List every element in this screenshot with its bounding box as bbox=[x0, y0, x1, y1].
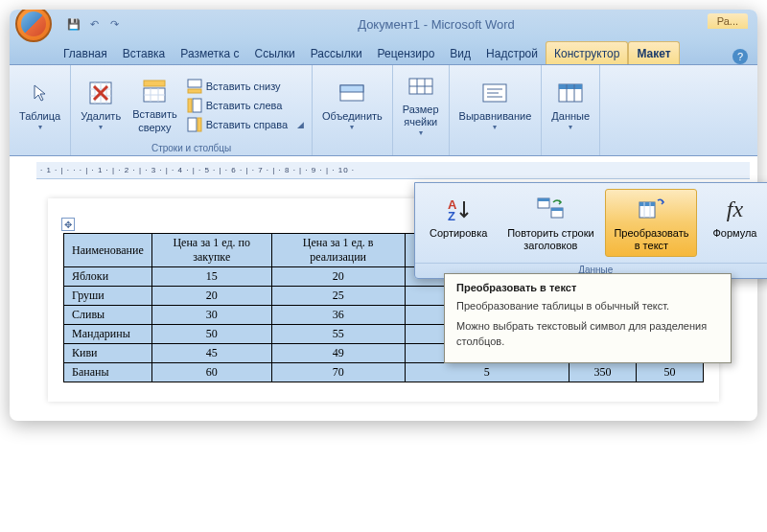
window-title: Документ1 - Microsoft Word bbox=[123, 17, 750, 32]
table-cell[interactable]: 50 bbox=[151, 325, 271, 344]
data-icon bbox=[555, 78, 586, 108]
table-header-cell[interactable]: Цена за 1 ед. в реализации bbox=[271, 234, 405, 267]
alignment-icon bbox=[479, 78, 510, 108]
svg-rect-13 bbox=[188, 80, 201, 87]
table-header-cell[interactable]: Цена за 1 ед. по закупке bbox=[151, 234, 271, 267]
alignment-label: Выравнивание bbox=[459, 110, 532, 123]
cell-size-label: Размер ячейки bbox=[403, 104, 439, 128]
svg-rect-17 bbox=[188, 118, 197, 131]
delete-button[interactable]: Удалить ▾ bbox=[77, 76, 125, 134]
data-dropdown-panel: AZ Сортировка Повторить строки заголовко… bbox=[414, 182, 767, 279]
help-icon[interactable]: ? bbox=[732, 49, 748, 64]
svg-rect-12 bbox=[144, 81, 165, 86]
redo-icon[interactable]: ↷ bbox=[105, 15, 123, 33]
tab-maket[interactable]: Макет bbox=[628, 41, 679, 64]
table-select-button[interactable]: Таблица ▾ bbox=[15, 76, 64, 134]
table-cell[interactable]: 5 bbox=[405, 363, 569, 382]
table-cell[interactable]: Киви bbox=[64, 344, 152, 363]
table-cell[interactable]: Яблоки bbox=[64, 267, 152, 287]
insert-right-label: Вставить справа bbox=[206, 119, 288, 130]
table-select-label: Таблица bbox=[19, 110, 60, 123]
table-cell[interactable]: 350 bbox=[569, 363, 636, 382]
svg-rect-38 bbox=[551, 208, 563, 211]
tooltip-title: Преобразовать в текст bbox=[456, 282, 719, 293]
insert-right-icon bbox=[187, 117, 202, 132]
table-cell[interactable]: 45 bbox=[151, 344, 271, 363]
insert-left-label: Вставить слева bbox=[206, 100, 283, 111]
tab-design[interactable]: Конструктор bbox=[546, 41, 628, 64]
office-button[interactable] bbox=[15, 10, 52, 42]
merge-button[interactable]: Объединить ▾ bbox=[318, 76, 386, 134]
insert-right-button[interactable]: Вставить справа ◢ bbox=[185, 116, 306, 133]
table-cell[interactable]: 70 bbox=[271, 363, 405, 382]
horizontal-ruler[interactable]: · 1 · | · · · | · 1 · | · 2 · | · 3 · | … bbox=[36, 162, 750, 179]
tooltip-line: Можно выбрать текстовый символ для разде… bbox=[456, 319, 719, 349]
table-cell[interactable]: Бананы bbox=[64, 363, 152, 382]
table-cell[interactable]: 20 bbox=[151, 287, 271, 306]
svg-rect-36 bbox=[538, 198, 549, 201]
table-header-cell[interactable]: Наименование bbox=[64, 234, 152, 267]
insert-left-button[interactable]: Вставить слева bbox=[185, 97, 306, 114]
chevron-down-icon: ▾ bbox=[99, 123, 103, 132]
table-cell[interactable]: 25 bbox=[271, 287, 405, 306]
table-cell[interactable]: 55 bbox=[271, 325, 405, 344]
convert-to-text-button[interactable]: Преобразовать в текст bbox=[605, 189, 697, 257]
tab-layout[interactable]: Разметка с bbox=[173, 42, 246, 64]
save-icon[interactable]: 💾 bbox=[65, 15, 82, 33]
ribbon: Таблица ▾ Удалить ▾ Вс bbox=[10, 65, 757, 156]
tab-references[interactable]: Ссылки bbox=[247, 42, 303, 64]
alignment-button[interactable]: Выравнивание ▾ bbox=[455, 76, 536, 134]
data-button[interactable]: Данные ▾ bbox=[547, 76, 593, 134]
tab-mailings[interactable]: Рассылки bbox=[303, 42, 370, 64]
tab-view[interactable]: Вид bbox=[442, 42, 478, 64]
merge-label: Объединить bbox=[322, 110, 383, 123]
cell-size-icon bbox=[406, 71, 436, 102]
table-cell[interactable]: Сливы bbox=[64, 306, 152, 325]
sort-button[interactable]: AZ Сортировка bbox=[421, 189, 496, 257]
tab-review[interactable]: Рецензиро bbox=[370, 42, 443, 64]
table-cell[interactable]: 60 bbox=[151, 363, 271, 382]
group-merge: Объединить ▾ bbox=[313, 65, 393, 155]
insert-left-icon bbox=[187, 98, 202, 113]
table-cell[interactable]: Груши bbox=[64, 287, 152, 306]
svg-rect-20 bbox=[340, 85, 363, 92]
tab-addins[interactable]: Надстрой bbox=[478, 42, 546, 64]
table-cell[interactable]: 15 bbox=[151, 267, 271, 287]
insert-above-label: Вставить сверху bbox=[132, 108, 177, 133]
insert-above-button[interactable]: Вставить сверху bbox=[128, 74, 181, 135]
table-row: Бананы6070535050 bbox=[64, 363, 704, 382]
svg-rect-18 bbox=[198, 118, 201, 131]
convert-to-text-label: Преобразовать в текст bbox=[614, 227, 688, 252]
formula-label: Формула bbox=[712, 227, 756, 240]
table-cell[interactable]: 49 bbox=[271, 344, 405, 363]
table-cell[interactable]: Мандарины bbox=[64, 325, 152, 344]
chevron-down-icon: ▾ bbox=[569, 123, 572, 132]
tab-insert[interactable]: Вставка bbox=[115, 42, 174, 64]
tooltip: Преобразовать в текст Преобразование таб… bbox=[444, 273, 732, 363]
insert-below-button[interactable]: Вставить снизу bbox=[185, 78, 306, 95]
insert-above-icon bbox=[139, 76, 170, 106]
group-rows-cols-label: Строки и столбцы bbox=[77, 141, 306, 153]
svg-rect-16 bbox=[188, 99, 192, 112]
group-rows-cols: Удалить ▾ Вставить сверху Вставить снизу bbox=[71, 65, 313, 155]
dialog-launcher-icon[interactable]: ◢ bbox=[297, 120, 304, 129]
chevron-down-icon: ▾ bbox=[350, 123, 354, 132]
table-move-handle-icon[interactable]: ✥ bbox=[61, 218, 75, 231]
table-cell[interactable]: 20 bbox=[271, 267, 405, 287]
repeat-header-rows-button[interactable]: Повторить строки заголовков bbox=[498, 189, 603, 257]
undo-icon[interactable]: ↶ bbox=[85, 15, 103, 33]
table-cell[interactable]: 50 bbox=[636, 363, 703, 382]
insert-below-label: Вставить снизу bbox=[206, 81, 281, 92]
sort-label: Сортировка bbox=[430, 227, 487, 240]
svg-text:Z: Z bbox=[448, 209, 455, 222]
formula-button[interactable]: fx Формула bbox=[699, 189, 767, 257]
contextual-tab-group: Ра... bbox=[708, 13, 748, 29]
svg-rect-15 bbox=[193, 99, 201, 112]
table-cell[interactable]: 30 bbox=[151, 306, 271, 325]
group-cell-size: Размер ячейки ▾ bbox=[393, 65, 450, 155]
group-data: Данные ▾ bbox=[542, 65, 600, 155]
tab-home[interactable]: Главная bbox=[56, 42, 115, 64]
cell-size-button[interactable]: Размер ячейки ▾ bbox=[399, 69, 443, 140]
convert-to-text-icon bbox=[636, 194, 666, 224]
table-cell[interactable]: 36 bbox=[271, 306, 405, 325]
